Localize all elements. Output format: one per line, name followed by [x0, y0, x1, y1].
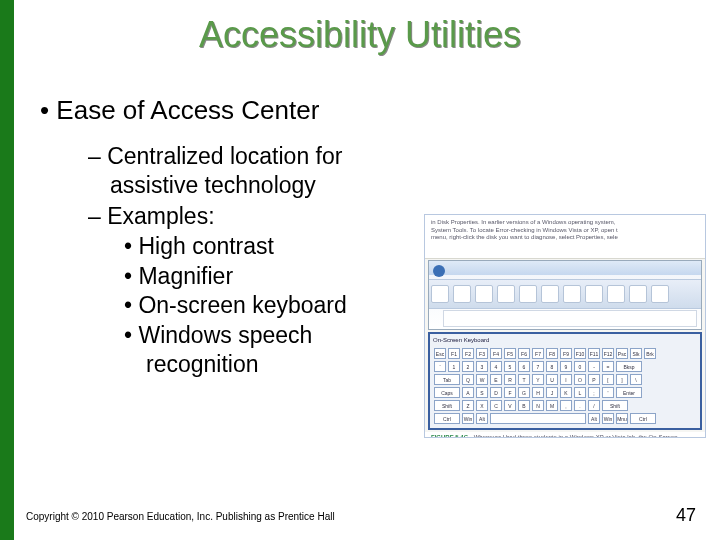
- osk-key: Bksp: [616, 361, 642, 372]
- osk-key: Ctrl: [630, 413, 656, 424]
- osk-key: D: [490, 387, 502, 398]
- screenshot-lower-text: FIGURE 5.4C Whenever I had these student…: [425, 432, 705, 439]
- osk-key: Mnu: [616, 413, 628, 424]
- osk-key: ,: [560, 400, 572, 411]
- osk-key: V: [504, 400, 516, 411]
- osk-key: F7: [532, 348, 544, 359]
- osk-key: U: [546, 374, 558, 385]
- osk-key: Shift: [602, 400, 628, 411]
- osk-key: Enter: [616, 387, 642, 398]
- osk-key: Win: [462, 413, 474, 424]
- osk-key: F12: [602, 348, 614, 359]
- osk-key: ;: [588, 387, 600, 398]
- osk-key: ': [602, 387, 614, 398]
- osk-key: Q: [462, 374, 474, 385]
- osk-key: 4: [490, 361, 502, 372]
- osk-key: E: [490, 374, 502, 385]
- bullet-main-text: Ease of Access Center: [56, 95, 319, 125]
- osk-key: /: [588, 400, 600, 411]
- osk-key: Psc: [616, 348, 628, 359]
- osk-key: 7: [532, 361, 544, 372]
- osk-key: 5: [504, 361, 516, 372]
- osk-key: 0: [574, 361, 586, 372]
- osk-key: K: [560, 387, 572, 398]
- osk-key: F: [504, 387, 516, 398]
- osk-key: F11: [588, 348, 600, 359]
- osk-key: Slk: [630, 348, 642, 359]
- osk-key: F8: [546, 348, 558, 359]
- osk-key: ]: [616, 374, 628, 385]
- word-ribbon: [429, 279, 701, 309]
- osk-key: O: [574, 374, 586, 385]
- osk-key: F1: [448, 348, 460, 359]
- osk-key: Alt: [588, 413, 600, 424]
- on-screen-keyboard: On-Screen Keyboard EscF1F2F3F4F5F6F7F8F9…: [428, 332, 702, 430]
- osk-row-5: ShiftZXCVBNM,./Shift: [433, 399, 697, 412]
- osk-key: 9: [560, 361, 572, 372]
- osk-row-2: `1234567890-=Bksp: [433, 360, 697, 373]
- osk-key: 3: [476, 361, 488, 372]
- page-number: 47: [676, 505, 696, 526]
- osk-row-3: TabQWERTYUIOP[]\: [433, 373, 697, 386]
- osk-key: G: [518, 387, 530, 398]
- word-window-mock: [428, 260, 702, 330]
- osk-key: F2: [462, 348, 474, 359]
- osk-key: F4: [490, 348, 502, 359]
- osk-key: X: [476, 400, 488, 411]
- osk-key: Alt: [476, 413, 488, 424]
- osk-key: S: [476, 387, 488, 398]
- osk-key: Win: [602, 413, 614, 424]
- osk-key: Esc: [434, 348, 446, 359]
- osk-key: R: [504, 374, 516, 385]
- osk-key: 1: [448, 361, 460, 372]
- osk-key: 6: [518, 361, 530, 372]
- osk-key: F5: [504, 348, 516, 359]
- osk-key: M: [546, 400, 558, 411]
- screenshot-upper-text: in Disk Properties. In earlier versions …: [425, 215, 705, 259]
- osk-key: `: [434, 361, 446, 372]
- osk-key: 2: [462, 361, 474, 372]
- osk-row-1: EscF1F2F3F4F5F6F7F8F9F10F11F12PscSlkBrk: [433, 347, 697, 360]
- osk-key: [490, 413, 586, 424]
- osk-key: [: [602, 374, 614, 385]
- osk-key: Caps: [434, 387, 460, 398]
- word-doc-area: [443, 310, 697, 327]
- osk-key: Brk: [644, 348, 656, 359]
- osk-key: H: [532, 387, 544, 398]
- osk-key: A: [462, 387, 474, 398]
- osk-key: Tab: [434, 374, 460, 385]
- osk-key: P: [588, 374, 600, 385]
- osk-key: T: [518, 374, 530, 385]
- osk-key: B: [518, 400, 530, 411]
- osk-key: L: [574, 387, 586, 398]
- osk-key: N: [532, 400, 544, 411]
- figure-label: FIGURE 5.4C: [431, 434, 472, 439]
- osk-key: F3: [476, 348, 488, 359]
- bullet-main: • Ease of Access Center: [40, 95, 680, 126]
- osk-title: On-Screen Keyboard: [433, 337, 697, 347]
- sub-centralized: – Centralized location for assistive tec…: [88, 142, 680, 200]
- textbook-screenshot: in Disk Properties. In earlier versions …: [424, 214, 706, 438]
- osk-key: \: [630, 374, 642, 385]
- osk-row-4: CapsASDFGHJKL;'Enter: [433, 386, 697, 399]
- osk-key: .: [574, 400, 586, 411]
- osk-key: -: [588, 361, 600, 372]
- osk-key: F6: [518, 348, 530, 359]
- osk-row-6: CtrlWinAltAltWinMnuCtrl: [433, 412, 697, 425]
- osk-key: Z: [462, 400, 474, 411]
- osk-key: =: [602, 361, 614, 372]
- osk-key: Y: [532, 374, 544, 385]
- osk-key: F9: [560, 348, 572, 359]
- osk-key: W: [476, 374, 488, 385]
- osk-key: C: [490, 400, 502, 411]
- osk-key: Ctrl: [434, 413, 460, 424]
- osk-key: J: [546, 387, 558, 398]
- osk-key: Shift: [434, 400, 460, 411]
- left-accent-bar: [0, 0, 14, 540]
- osk-key: 8: [546, 361, 558, 372]
- osk-key: F10: [574, 348, 586, 359]
- copyright-footer: Copyright © 2010 Pearson Education, Inc.…: [26, 511, 335, 522]
- slide-title: Accessibility Utilities: [0, 0, 720, 56]
- osk-key: I: [560, 374, 572, 385]
